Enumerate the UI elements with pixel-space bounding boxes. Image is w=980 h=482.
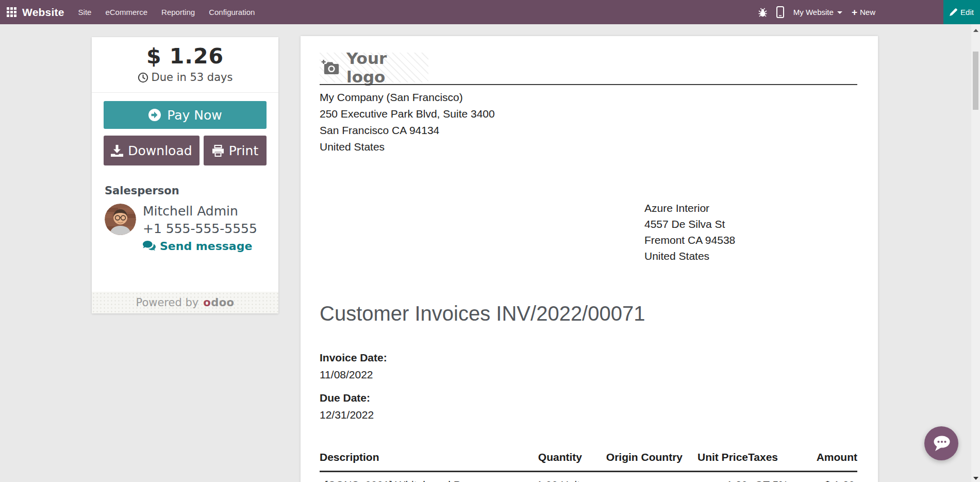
scroll-up-arrow[interactable] — [973, 29, 978, 32]
invoice-date-block: Invoice Date: 11/08/2022 — [320, 352, 387, 381]
menu-item-configuration[interactable]: Configuration — [209, 8, 255, 16]
odoo-logo[interactable]: odoo — [203, 296, 234, 309]
send-message-label: Send message — [160, 240, 252, 253]
powered-by-text: Powered by — [136, 296, 198, 309]
caret-down-icon — [837, 11, 842, 14]
invoice-title: Customer Invoices INV/2022/00071 — [320, 302, 645, 325]
customer-address-line: Azure Interior — [644, 200, 735, 216]
apps-grid-icon[interactable] — [7, 7, 16, 17]
download-button[interactable]: Download — [104, 136, 200, 165]
powered-by-footer: Powered by odoo — [92, 292, 278, 313]
vertical-scrollbar — [971, 24, 980, 482]
company-address-line: San Francisco CA 94134 — [320, 122, 495, 139]
salesperson-heading: Salesperson — [105, 185, 265, 197]
cell-amount: $ 1.20 — [805, 472, 857, 482]
pay-now-button[interactable]: Pay Now — [104, 101, 267, 129]
salesperson-phone: +1 555-555-5555 — [143, 221, 257, 236]
col-description: Description — [320, 446, 536, 472]
cell-quantity: 1.00 Units — [536, 472, 582, 482]
due-text: Due in 53 days — [152, 71, 233, 84]
col-origin-country: Origin Country — [582, 446, 683, 472]
cell-unit-price: 1.20 — [683, 472, 748, 482]
col-taxes: Taxes — [748, 446, 805, 472]
due-date-block: Due Date: 12/31/2022 — [320, 392, 374, 421]
edit-button-label: Edit — [960, 8, 974, 16]
bug-icon[interactable] — [758, 8, 767, 17]
livechat-button[interactable] — [924, 426, 958, 460]
pencil-icon — [950, 8, 957, 16]
col-unit-price: Unit Price — [683, 446, 748, 472]
col-quantity: Quantity — [536, 446, 582, 472]
scrollbar-thumb[interactable] — [973, 52, 978, 110]
download-label: Download — [128, 143, 192, 158]
invoice-document: Your logo My Company (San Francisco) 250… — [301, 36, 878, 482]
logo-placeholder-text: Your logo — [346, 49, 428, 86]
scroll-down-arrow[interactable] — [973, 477, 978, 480]
menu-item-reporting[interactable]: Reporting — [161, 8, 195, 16]
new-button-label: New — [860, 8, 875, 16]
clock-icon — [138, 72, 148, 83]
comments-icon — [143, 241, 156, 252]
table-row: [CONS_0001] Whiteboard Pen 1.00 Units 1.… — [320, 472, 857, 482]
mobile-preview-icon[interactable] — [776, 6, 784, 18]
salesperson-avatar — [105, 204, 136, 235]
camera-icon — [321, 60, 340, 75]
due-date-label: Due Date: — [320, 392, 374, 404]
company-address: My Company (San Francisco) 250 Executive… — [320, 89, 495, 155]
invoice-date-label: Invoice Date: — [320, 352, 387, 364]
company-logo-placeholder: Your logo — [320, 53, 428, 82]
top-navbar: Website Site eCommerce Reporting Configu… — [0, 0, 980, 24]
main-menu: Site eCommerce Reporting Configuration — [78, 8, 255, 16]
new-button[interactable]: + New — [852, 7, 875, 17]
pay-now-label: Pay Now — [167, 108, 222, 123]
payment-sidebar-card: $ 1.26 Due in 53 days Pay Now — [92, 37, 278, 313]
menu-item-site[interactable]: Site — [78, 8, 92, 16]
company-address-line: 250 Executive Park Blvd, Suite 3400 — [320, 106, 495, 122]
customer-address: Azure Interior 4557 De Silva St Fremont … — [644, 200, 735, 264]
cell-description: [CONS_0001] Whiteboard Pen — [320, 472, 536, 482]
customer-address-line: Fremont CA 94538 — [644, 232, 735, 248]
cell-taxes: GT 5% — [748, 472, 805, 482]
menu-item-ecommerce[interactable]: eCommerce — [105, 8, 147, 16]
invoice-date-value: 11/08/2022 — [320, 369, 387, 381]
app-name[interactable]: Website — [22, 6, 64, 19]
amount-due: $ 1.26 — [92, 44, 278, 69]
print-label: Print — [229, 143, 259, 158]
website-selector-label: My Website — [793, 8, 834, 16]
table-header-row: Description Quantity Origin Country Unit… — [320, 446, 857, 472]
company-address-line: United States — [320, 139, 495, 155]
header-divider — [320, 84, 857, 85]
print-icon — [212, 145, 224, 157]
due-date-value: 12/31/2022 — [320, 409, 374, 421]
arrow-circle-right-icon — [148, 108, 161, 122]
salesperson-name: Mitchell Admin — [143, 204, 257, 219]
cell-origin-country — [582, 472, 683, 482]
send-message-link[interactable]: Send message — [143, 240, 257, 253]
website-selector[interactable]: My Website — [793, 8, 842, 16]
customer-address-line: United States — [644, 248, 735, 264]
invoice-lines-table: Description Quantity Origin Country Unit… — [320, 446, 857, 482]
print-button[interactable]: Print — [204, 136, 267, 165]
company-address-line: My Company (San Francisco) — [320, 89, 495, 106]
edit-button[interactable]: Edit — [943, 0, 980, 24]
col-amount: Amount — [805, 446, 857, 472]
download-icon — [111, 145, 123, 157]
chat-launcher-icon — [931, 435, 952, 452]
plus-icon: + — [852, 7, 857, 17]
customer-address-line: 4557 De Silva St — [644, 216, 735, 232]
